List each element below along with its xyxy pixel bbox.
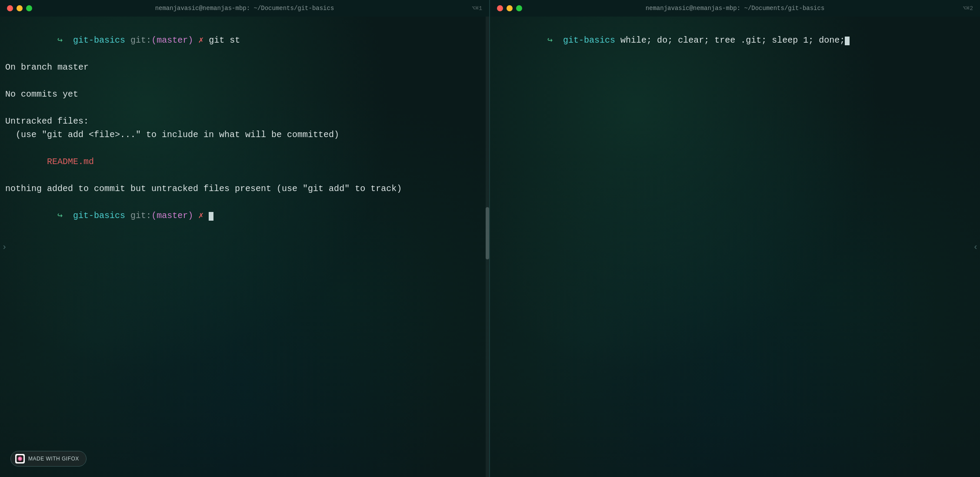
gifox-label: MADE WITH GIFOX [28, 456, 79, 462]
prompt-git-label-2: git: [130, 211, 151, 221]
prompt-branch-2: (master) [151, 211, 193, 221]
right-window-controls [497, 5, 522, 11]
prompt-git-label-1: git: [130, 35, 151, 45]
prompt-line-1: ↪ git-basics git:(master) ✗ git st [5, 20, 484, 60]
output-line-8 [5, 168, 484, 182]
output-line-2 [5, 74, 484, 87]
close-button-right[interactable] [497, 5, 503, 11]
output-line-5: Untracked files: [5, 114, 484, 128]
left-title-bar: nemanjavasic@nemanjas-mbp: ~/Documents/g… [0, 0, 489, 17]
right-prompt-dir: git-basics [563, 35, 620, 45]
left-terminal-body[interactable]: ↪ git-basics git:(master) ✗ git st On br… [0, 17, 489, 477]
prompt-arrow-2: ↪ [57, 211, 73, 221]
minimize-button-right[interactable] [507, 5, 513, 11]
prompt-symbol-1: ✗ [193, 35, 209, 45]
left-scrollbar-thumb[interactable] [486, 207, 489, 259]
output-line-9: nothing added to commit but untracked fi… [5, 182, 484, 195]
close-button-left[interactable] [7, 5, 13, 11]
left-window-controls [7, 5, 32, 11]
prompt-line-2: ↪ git-basics git:(master) ✗ [5, 195, 484, 236]
left-terminal-pane: nemanjavasic@nemanjas-mbp: ~/Documents/g… [0, 0, 490, 477]
right-prompt-command: while; do; clear; tree .git; sleep 1; do… [620, 35, 845, 45]
right-terminal-content: ↪ git-basics while; do; clear; tree .git… [495, 20, 975, 60]
right-title-text: nemanjavasic@nemanjas-mbp: ~/Documents/g… [646, 5, 825, 12]
right-prompt-arrow: ↪ [547, 35, 563, 45]
app-container: nemanjavasic@nemanjas-mbp: ~/Documents/g… [0, 0, 980, 477]
left-title-text: nemanjavasic@nemanjas-mbp: ~/Documents/g… [155, 5, 334, 12]
right-title-bar: nemanjavasic@nemanjas-mbp: ~/Documents/g… [490, 0, 980, 17]
output-line-3: No commits yet [5, 87, 484, 101]
prompt-dir-1: git-basics [73, 35, 130, 45]
right-terminal-body[interactable]: ↪ git-basics while; do; clear; tree .git… [490, 17, 980, 477]
output-line-4 [5, 101, 484, 114]
right-side-arrow: ‹ [973, 242, 978, 252]
output-line-7 [5, 141, 484, 155]
left-title-shortcut: ⌥⌘1 [472, 5, 482, 12]
right-terminal-pane: nemanjavasic@nemanjas-mbp: ~/Documents/g… [490, 0, 980, 477]
left-terminal-content: ↪ git-basics git:(master) ✗ git st On br… [5, 20, 484, 236]
prompt-dir-2: git-basics [73, 211, 130, 221]
output-line-1: On branch master [5, 60, 484, 74]
prompt-branch-1: (master) [151, 35, 193, 45]
maximize-button-right[interactable] [516, 5, 522, 11]
terminal-cursor-right [845, 37, 850, 45]
left-scrollbar[interactable] [486, 17, 489, 477]
minimize-button-left[interactable] [17, 5, 23, 11]
left-side-arrow: › [2, 242, 7, 252]
prompt-command-1: git st [209, 35, 240, 45]
prompt-symbol-2: ✗ [193, 211, 209, 221]
gifox-badge: MADE WITH GIFOX [10, 451, 87, 467]
output-line-readme: README.md [5, 155, 484, 168]
maximize-button-left[interactable] [26, 5, 32, 11]
right-title-shortcut: ⌥⌘2 [963, 5, 973, 12]
output-line-6: (use "git add <file>..." to include in w… [5, 128, 484, 141]
gifox-icon [15, 454, 25, 464]
svg-point-3 [19, 457, 20, 458]
prompt-arrow-1: ↪ [57, 35, 73, 45]
terminal-cursor-left [209, 212, 213, 221]
right-prompt-line: ↪ git-basics while; do; clear; tree .git… [495, 20, 975, 60]
